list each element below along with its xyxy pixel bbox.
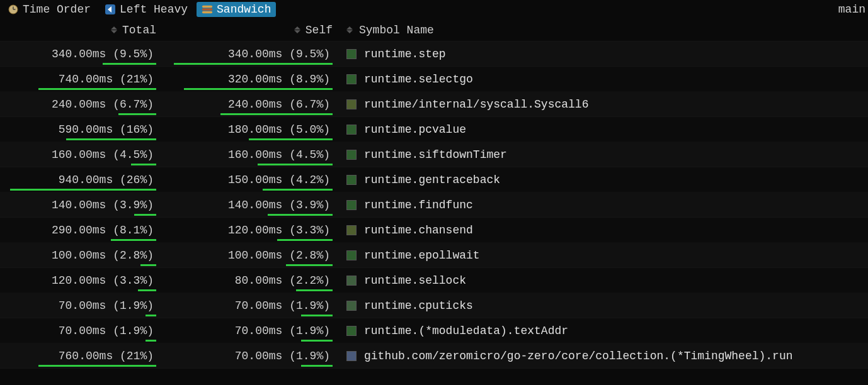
color-swatch (346, 125, 357, 135)
cell-symbol: runtime.sellock (340, 274, 868, 287)
color-swatch (346, 276, 357, 286)
total-bar (134, 214, 156, 216)
tab-time-order[interactable]: Time Order (3, 2, 96, 17)
header-label: Self (306, 24, 333, 36)
total-bar (138, 289, 156, 291)
sandwich-icon (202, 4, 213, 15)
header-self[interactable]: Self (164, 24, 340, 36)
cell-self: 100.00ms (2.8%) (164, 243, 340, 267)
header-symbol[interactable]: Symbol Name (340, 24, 868, 36)
svg-rect-4 (202, 6, 212, 8)
color-swatch (346, 175, 357, 185)
sort-icon (111, 26, 117, 33)
total-value: 160.00ms (4.5%) (52, 148, 154, 161)
self-bar (268, 214, 333, 216)
header-label: Symbol Name (359, 24, 434, 36)
cell-symbol: runtime/internal/syscall.Syscall6 (340, 98, 868, 111)
total-value: 590.00ms (16%) (59, 123, 154, 136)
tab-sandwich[interactable]: Sandwich (197, 2, 276, 17)
table-row[interactable]: 70.00ms (1.9%)70.00ms (1.9%)runtime.(*mo… (0, 318, 868, 343)
table-row[interactable]: 70.00ms (1.9%)70.00ms (1.9%)runtime.cput… (0, 293, 868, 318)
total-value: 940.00ms (26%) (59, 174, 154, 186)
header-total[interactable]: Total (0, 24, 164, 36)
cell-symbol: runtime.chansend (340, 224, 868, 237)
total-value: 760.00ms (21%) (59, 350, 154, 362)
arrow-left-icon (105, 4, 116, 15)
self-value: 180.00ms (5.0%) (228, 123, 330, 136)
table-row[interactable]: 590.00ms (16%)180.00ms (5.0%)runtime.pcv… (0, 117, 868, 142)
cell-symbol: runtime.siftdownTimer (340, 148, 868, 161)
tab-left-heavy[interactable]: Left Heavy (100, 2, 193, 17)
table-row[interactable]: 940.00ms (26%)150.00ms (4.2%)runtime.gen… (0, 167, 868, 192)
symbol-name: runtime/internal/syscall.Syscall6 (364, 98, 588, 111)
table-row[interactable]: 140.00ms (3.9%)140.00ms (3.9%)runtime.fi… (0, 192, 868, 218)
total-bar (131, 164, 156, 165)
table-row[interactable]: 120.00ms (3.3%)80.00ms (2.2%)runtime.sel… (0, 268, 868, 293)
table-body: 340.00ms (9.5%)340.00ms (9.5%)runtime.st… (0, 42, 868, 369)
total-bar (118, 113, 156, 115)
total-bar (140, 264, 156, 266)
table-row[interactable]: 160.00ms (4.5%)160.00ms (4.5%)runtime.si… (0, 142, 868, 167)
color-swatch (346, 49, 357, 59)
cell-total: 590.00ms (16%) (0, 117, 164, 142)
self-bar (301, 315, 333, 316)
symbol-name: runtime.(*moduledata).textAddr (364, 325, 568, 337)
self-bar (220, 113, 333, 115)
symbol-name: runtime.cputicks (364, 299, 473, 312)
cell-symbol: runtime.selectgo (340, 73, 868, 86)
symbol-name: runtime.siftdownTimer (364, 148, 507, 161)
clock-icon (8, 4, 19, 15)
sort-icon (294, 26, 300, 33)
table-row[interactable]: 290.00ms (8.1%)120.00ms (3.3%)runtime.ch… (0, 218, 868, 243)
cell-self: 340.00ms (9.5%) (164, 42, 340, 66)
self-value: 240.00ms (6.7%) (228, 98, 330, 111)
symbol-name: runtime.chansend (364, 224, 473, 237)
cell-self: 240.00ms (6.7%) (164, 92, 340, 116)
cell-self: 180.00ms (5.0%) (164, 117, 340, 142)
cell-self: 160.00ms (4.5%) (164, 142, 340, 167)
self-value: 340.00ms (9.5%) (228, 48, 330, 60)
cell-symbol: runtime.(*moduledata).textAddr (340, 325, 868, 337)
total-bar (38, 365, 156, 367)
self-bar (286, 264, 333, 266)
symbol-name: runtime.epollwait (364, 249, 480, 262)
cell-self: 70.00ms (1.9%) (164, 293, 340, 318)
symbol-name: runtime.selectgo (364, 73, 473, 86)
cell-total: 70.00ms (1.9%) (0, 318, 164, 343)
tab-label: Left Heavy (120, 3, 188, 16)
cell-self: 150.00ms (4.2%) (164, 167, 340, 192)
self-bar (301, 340, 333, 342)
self-value: 70.00ms (1.9%) (235, 299, 330, 312)
cell-total: 120.00ms (3.3%) (0, 268, 164, 293)
table-row[interactable]: 760.00ms (21%)70.00ms (1.9%)github.com/z… (0, 343, 868, 369)
self-value: 160.00ms (4.5%) (228, 148, 330, 161)
self-bar (263, 189, 333, 191)
self-value: 70.00ms (1.9%) (235, 350, 330, 362)
cell-total: 340.00ms (9.5%) (0, 42, 164, 66)
tab-label: Time Order (23, 3, 91, 16)
tab-label: Sandwich (217, 3, 271, 16)
cell-total: 760.00ms (21%) (0, 343, 164, 368)
symbol-name: github.com/zeromicro/go-zero/core/collec… (364, 350, 793, 362)
cell-symbol: runtime.cputicks (340, 299, 868, 312)
cell-self: 80.00ms (2.2%) (164, 268, 340, 293)
table-row[interactable]: 740.00ms (21%)320.00ms (8.9%)runtime.sel… (0, 67, 868, 92)
total-value: 120.00ms (3.3%) (52, 274, 154, 287)
cell-self: 70.00ms (1.9%) (164, 343, 340, 368)
cell-self: 320.00ms (8.9%) (164, 67, 340, 91)
color-swatch (346, 200, 357, 210)
table-row[interactable]: 240.00ms (6.7%)240.00ms (6.7%)runtime/in… (0, 92, 868, 117)
table-row[interactable]: 340.00ms (9.5%)340.00ms (9.5%)runtime.st… (0, 42, 868, 67)
table-row[interactable]: 100.00ms (2.8%)100.00ms (2.8%)runtime.ep… (0, 243, 868, 268)
cell-total: 240.00ms (6.7%) (0, 92, 164, 116)
cell-total: 160.00ms (4.5%) (0, 142, 164, 167)
total-value: 70.00ms (1.9%) (59, 325, 154, 337)
context-label: main (838, 3, 865, 16)
sort-icon (346, 26, 353, 33)
table-header: Total Self Symbol Name (0, 19, 868, 42)
total-bar (111, 239, 156, 241)
color-swatch (346, 301, 357, 311)
self-bar (174, 63, 333, 65)
color-swatch (346, 326, 357, 336)
self-bar (249, 138, 333, 140)
